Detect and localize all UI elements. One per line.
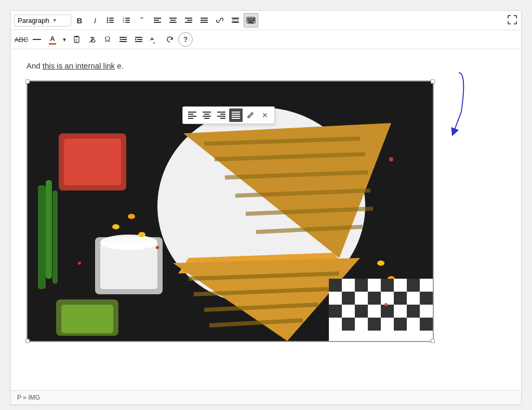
align-left-button[interactable] — [150, 13, 165, 28]
keyboard-button[interactable] — [244, 13, 258, 28]
clear-format-button[interactable] — [85, 32, 99, 47]
status-bar: P » IMG — [11, 390, 521, 404]
svg-point-88 — [112, 224, 119, 229]
svg-point-113 — [384, 303, 388, 306]
svg-rect-98 — [407, 279, 420, 292]
svg-text:3.: 3. — [123, 20, 125, 23]
fullscreen-button[interactable] — [508, 15, 517, 26]
color-bar — [49, 43, 56, 45]
svg-point-90 — [138, 232, 145, 237]
paragraph-dropdown[interactable]: Paragraph ▼ — [14, 15, 71, 26]
svg-rect-19 — [187, 20, 192, 21]
svg-rect-51 — [203, 112, 211, 113]
resize-handle-br[interactable] — [431, 339, 435, 343]
svg-rect-36 — [249, 22, 254, 23]
horizontal-rule-button[interactable] — [30, 32, 44, 47]
svg-rect-100 — [368, 292, 381, 305]
align-right-button[interactable] — [181, 13, 196, 28]
content-paragraph: And this is an internal link e. — [26, 60, 506, 72]
svg-point-40 — [92, 40, 95, 43]
text-color-button[interactable]: A — [45, 32, 60, 47]
svg-rect-28 — [248, 18, 249, 19]
toolbar-row2: ABC A ▼ — [11, 30, 521, 49]
color-dropdown-button[interactable]: ▼ — [61, 32, 68, 47]
svg-rect-107 — [342, 318, 355, 331]
svg-rect-84 — [61, 305, 113, 333]
svg-rect-103 — [329, 305, 342, 318]
paste-text-button[interactable] — [69, 32, 84, 47]
svg-rect-55 — [217, 112, 225, 113]
img-align-right-button[interactable] — [215, 108, 228, 122]
svg-rect-110 — [420, 318, 433, 331]
help-button[interactable]: ? — [178, 32, 193, 47]
bold-button[interactable]: B — [72, 13, 87, 28]
svg-rect-21 — [201, 18, 208, 19]
svg-rect-50 — [188, 118, 193, 119]
img-align-left-button[interactable] — [185, 108, 199, 122]
dropdown-arrow-icon: ▼ — [52, 18, 57, 23]
svg-rect-1 — [109, 18, 114, 19]
internal-link[interactable]: this is an internal link — [43, 61, 115, 70]
increase-indent-button[interactable] — [131, 32, 146, 47]
unordered-list-button[interactable] — [103, 13, 118, 28]
resize-handle-tr[interactable] — [431, 79, 435, 84]
svg-rect-35 — [254, 20, 255, 21]
svg-rect-54 — [204, 118, 209, 119]
svg-rect-48 — [188, 114, 193, 115]
img-align-full-button[interactable] — [229, 108, 243, 122]
toolbar-row1: Paragraph ▼ B I 1. 2. 3. — [11, 11, 521, 30]
svg-rect-52 — [204, 114, 209, 115]
svg-point-114 — [78, 262, 81, 265]
ordered-list-button[interactable]: 1. 2. 3. — [119, 13, 134, 28]
svg-rect-18 — [185, 18, 192, 19]
svg-rect-108 — [368, 318, 381, 331]
svg-rect-7 — [125, 18, 130, 19]
blockquote-button[interactable]: " — [135, 13, 149, 28]
svg-point-89 — [128, 214, 135, 219]
svg-rect-30 — [251, 18, 252, 19]
svg-rect-102 — [420, 292, 433, 305]
editor-content-area[interactable]: And this is an internal link e. — [11, 49, 521, 387]
color-letter: A — [50, 35, 55, 43]
svg-rect-61 — [232, 116, 240, 117]
svg-rect-37 — [33, 39, 41, 40]
hr-button[interactable] — [228, 13, 243, 28]
svg-rect-32 — [248, 20, 249, 21]
svg-rect-57 — [217, 116, 225, 117]
svg-rect-53 — [203, 116, 211, 117]
svg-rect-14 — [154, 22, 161, 23]
svg-rect-79 — [64, 139, 121, 185]
svg-rect-105 — [381, 305, 394, 318]
svg-rect-47 — [188, 112, 196, 113]
svg-rect-58 — [220, 118, 225, 119]
text-before-link: And — [26, 61, 43, 70]
strikethrough-button[interactable]: ABC — [14, 32, 29, 47]
svg-rect-17 — [169, 22, 177, 23]
italic-button[interactable]: I — [88, 13, 102, 28]
svg-rect-33 — [250, 20, 251, 21]
svg-rect-3 — [109, 20, 114, 21]
text-after-link: e. — [115, 61, 124, 70]
resize-handle-tl[interactable] — [25, 79, 30, 84]
svg-rect-29 — [250, 18, 251, 19]
svg-rect-13 — [154, 20, 159, 21]
justify-button[interactable] — [197, 13, 211, 28]
svg-rect-39 — [75, 36, 78, 37]
link-button[interactable] — [212, 13, 227, 28]
svg-rect-46 — [135, 41, 142, 42]
img-remove-button[interactable]: ✕ — [258, 108, 272, 122]
svg-rect-96 — [355, 279, 368, 292]
resize-handle-bl[interactable] — [25, 339, 30, 343]
decrease-indent-button[interactable] — [116, 32, 130, 47]
svg-rect-41 — [119, 37, 127, 38]
svg-rect-5 — [109, 22, 114, 23]
svg-rect-85 — [38, 185, 46, 289]
img-align-center-button[interactable] — [200, 108, 214, 122]
img-edit-button[interactable] — [244, 108, 257, 122]
undo-button[interactable] — [147, 32, 162, 47]
special-chars-button[interactable]: Ω — [100, 32, 115, 47]
align-center-button[interactable] — [166, 13, 180, 28]
strikethrough-icon: ABC — [15, 36, 29, 44]
redo-button[interactable] — [163, 32, 177, 47]
svg-rect-59 — [232, 112, 240, 113]
